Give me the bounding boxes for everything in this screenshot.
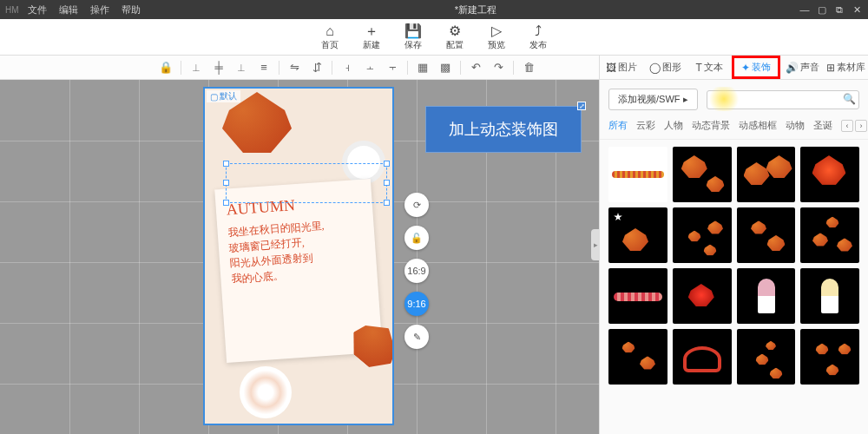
nav-prev-icon[interactable]: ‹ — [841, 120, 853, 132]
panel-sub: 添加视频/SWF ▸ 🔍 — [600, 80, 868, 115]
nav-next-icon[interactable]: › — [855, 120, 867, 132]
edit-icon[interactable]: ✎ — [404, 325, 429, 349]
side-panel: ▸ 🖼图片 ◯图形 T文本 ✦装饰 🔊声音 ⊞素材库 添加视频/SWF ▸ 🔍 … — [599, 56, 868, 434]
tab-image[interactable]: 🖼图片 — [600, 56, 644, 79]
search-wrap: 🔍 — [707, 90, 859, 109]
asset-thumbnail[interactable] — [737, 329, 796, 385]
menu-help[interactable]: 帮助 — [122, 3, 141, 16]
tab-library[interactable]: ⊞素材库 — [825, 56, 869, 79]
panel-tabs: 🖼图片 ◯图形 T文本 ✦装饰 🔊声音 ⊞素材库 — [600, 56, 868, 80]
phone-canvas[interactable]: ▢ 默认 AUTUMN 我坐在秋日的阳光里, 玻璃窗已经打开, 阳光从外面透射到… — [203, 87, 394, 425]
asset-thumbnail[interactable] — [737, 268, 796, 324]
close-icon[interactable]: ✕ — [851, 3, 863, 16]
asset-thumbnail[interactable] — [673, 268, 732, 324]
thumbnail-grid — [600, 140, 868, 434]
filter-animals[interactable]: 动物 — [786, 119, 805, 132]
menu-edit[interactable]: 编辑 — [59, 3, 78, 16]
search-icon[interactable]: 🔍 — [843, 93, 856, 105]
align-top-icon[interactable]: ⟂ — [187, 58, 206, 77]
canvas-wrap: 🔒 ⟂ ╪ ⟂ ≡ ⇋ ⇵ ⫞ ⫠ ⫟ ▦ ▩ ↶ ↷ 🗑 ▢ 默认 AU — [0, 56, 599, 434]
menu-file[interactable]: 文件 — [28, 3, 47, 16]
window-title: *新建工程 — [153, 3, 799, 16]
save-button[interactable]: 💾保存 — [404, 23, 422, 51]
grid-icon: ⊞ — [826, 62, 835, 74]
unlock-icon[interactable]: 🔓 — [404, 226, 429, 250]
expand-icon[interactable]: ⤢ — [577, 102, 586, 110]
filter-clouds[interactable]: 云彩 — [636, 119, 655, 132]
flip-v-icon[interactable]: ⇵ — [307, 58, 326, 77]
align-dist-v-icon[interactable]: ≡ — [254, 58, 273, 77]
filter-all[interactable]: 所有 — [608, 119, 628, 132]
save-icon: 💾 — [404, 23, 422, 39]
restore-icon[interactable]: ⧉ — [833, 3, 845, 16]
delete-icon[interactable]: 🗑 — [519, 58, 538, 77]
asset-thumbnail[interactable] — [800, 207, 859, 263]
tab-text[interactable]: T文本 — [687, 56, 732, 79]
align-bottom-icon[interactable]: ⟂ — [232, 58, 251, 77]
home-icon: ⌂ — [326, 23, 334, 39]
align-right-icon[interactable]: ⫟ — [383, 58, 402, 77]
rotate-icon[interactable]: ⟳ — [404, 193, 429, 217]
overlay-label[interactable]: 加上动态装饰图 ⤢ — [425, 106, 582, 153]
asset-thumbnail[interactable] — [673, 329, 732, 385]
filter-nav: ‹ › — [841, 120, 867, 132]
window-controls: — ▢ ⧉ ✕ — [799, 3, 863, 16]
home-button[interactable]: ⌂首页 — [321, 23, 339, 51]
titlebar: HM 文件 编辑 操作 帮助 *新建工程 — ▢ ⧉ ✕ — [0, 0, 868, 19]
search-input[interactable] — [707, 90, 859, 109]
play-icon: ▷ — [491, 23, 502, 39]
shape-icon: ◯ — [649, 62, 661, 74]
publish-button[interactable]: ⤴发布 — [529, 23, 547, 51]
asset-thumbnail[interactable] — [800, 268, 859, 324]
asset-thumbnail[interactable] — [737, 147, 796, 202]
filter-dynamic-bg[interactable]: 动态背景 — [692, 119, 730, 132]
menu-action[interactable]: 操作 — [90, 3, 109, 16]
send-back-icon[interactable]: ▩ — [436, 58, 455, 77]
plus-icon: ＋ — [365, 23, 378, 39]
app-name: HM — [5, 5, 19, 15]
align-toolbar: 🔒 ⟂ ╪ ⟂ ≡ ⇋ ⇵ ⫞ ⫠ ⫟ ▦ ▩ ↶ ↷ 🗑 — [0, 56, 599, 80]
preview-button[interactable]: ▷预览 — [488, 23, 505, 51]
asset-thumbnail[interactable] — [608, 268, 667, 324]
bring-front-icon[interactable]: ▦ — [413, 58, 432, 77]
publish-icon: ⤴ — [535, 23, 542, 39]
asset-thumbnail[interactable] — [673, 147, 732, 202]
filter-frame[interactable]: 动感相框 — [739, 119, 777, 132]
config-button[interactable]: ⚙配置 — [446, 23, 464, 51]
asset-thumbnail[interactable] — [608, 147, 667, 202]
image-icon: 🖼 — [606, 62, 616, 74]
float-controls: ⟳ 🔓 16:9 9:16 ✎ — [404, 193, 429, 349]
asset-thumbnail[interactable] — [608, 329, 667, 385]
redo-icon[interactable]: ↷ — [489, 58, 508, 77]
align-hcenter-icon[interactable]: ⫠ — [360, 58, 379, 77]
tab-shape[interactable]: ◯图形 — [644, 56, 688, 79]
undo-icon[interactable]: ↶ — [466, 58, 485, 77]
canvas-area[interactable]: ▢ 默认 AUTUMN 我坐在秋日的阳光里, 玻璃窗已经打开, 阳光从外面透射到… — [0, 80, 599, 434]
filter-christmas[interactable]: 圣诞 — [813, 119, 832, 132]
flip-h-icon[interactable]: ⇋ — [285, 58, 304, 77]
flower-graphic — [240, 366, 292, 418]
minimize-icon[interactable]: — — [799, 3, 811, 16]
tab-sound[interactable]: 🔊声音 — [780, 56, 825, 79]
sparkle-icon: ✦ — [741, 62, 750, 74]
panel-collapse-handle[interactable]: ▸ — [591, 229, 600, 260]
sound-icon: 🔊 — [786, 62, 799, 74]
new-button[interactable]: ＋新建 — [363, 23, 380, 51]
filter-people[interactable]: 人物 — [664, 119, 683, 132]
align-vcenter-icon[interactable]: ╪ — [209, 58, 228, 77]
lock-icon[interactable]: 🔒 — [156, 58, 175, 77]
tab-decoration[interactable]: ✦装饰 — [732, 56, 781, 79]
gear-icon: ⚙ — [449, 23, 461, 39]
asset-thumbnail[interactable] — [673, 207, 732, 263]
asset-thumbnail[interactable] — [800, 147, 859, 202]
add-video-button[interactable]: 添加视频/SWF ▸ — [608, 89, 698, 110]
aspect-16-9-button[interactable]: 16:9 — [404, 259, 429, 283]
asset-thumbnail[interactable] — [800, 329, 859, 385]
asset-thumbnail[interactable] — [608, 207, 667, 263]
asset-thumbnail[interactable] — [737, 207, 796, 263]
default-tag[interactable]: ▢ 默认 — [207, 90, 240, 102]
align-left-icon[interactable]: ⫞ — [338, 58, 357, 77]
maximize-icon[interactable]: ▢ — [816, 3, 828, 16]
aspect-9-16-button[interactable]: 9:16 — [404, 292, 429, 316]
selection-box[interactable] — [226, 163, 387, 203]
